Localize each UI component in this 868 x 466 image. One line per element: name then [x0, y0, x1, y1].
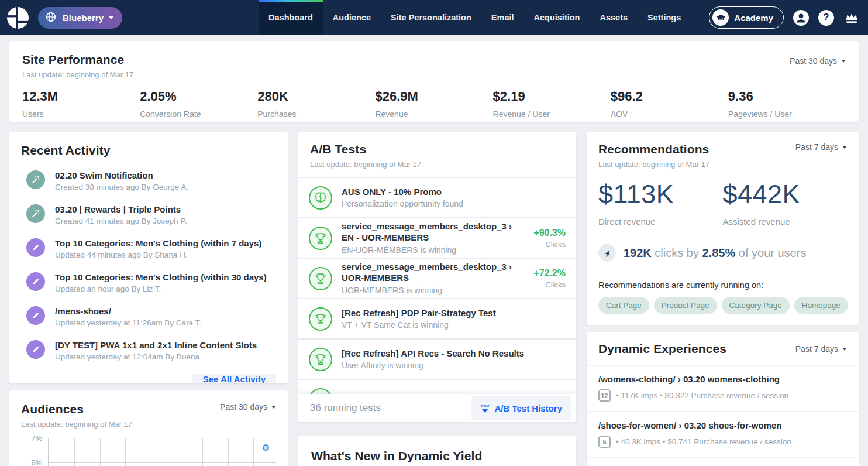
period-label: Past 30 days — [220, 402, 267, 412]
ab-test-row[interactable]: API Recs - Not Found — [298, 379, 576, 394]
variations-badge: 12 — [598, 389, 611, 402]
ab-test-title: AUS ONLY - 10% Promo — [342, 187, 566, 198]
user-icon[interactable] — [793, 10, 809, 26]
trophy-icon — [309, 227, 332, 250]
activity-meta: Created 41 minutes ago By Joseph P. — [55, 217, 276, 225]
tab-acquisition[interactable]: Acquisition — [524, 0, 590, 35]
recommendations-period-dropdown[interactable]: Past 7 days — [795, 142, 847, 152]
ab-test-row[interactable]: [Rec Refresh] PDP Pair-Strategy Test VT … — [298, 298, 576, 338]
globe-icon — [44, 11, 57, 25]
chevron-down-icon — [842, 146, 847, 149]
tab-label: Acquisition — [534, 13, 580, 22]
clicks-text: clicks by — [652, 246, 702, 259]
activity-meta: Updated an hour ago By Liz T. — [55, 285, 276, 293]
ab-tests-footer: 36 running tests csv A/B Test History — [298, 394, 576, 422]
chart-data-point — [263, 444, 269, 451]
tab-site-personalization[interactable]: Site Personalization — [381, 0, 481, 35]
last-update-text: Last update: beginning of Mar 17 — [598, 160, 847, 169]
tab-label: Audience — [333, 13, 371, 22]
chart-grid — [48, 438, 276, 466]
activity-item[interactable]: [DY TEST] PWA 1x1 and 2x1 Inline Content… — [21, 340, 276, 361]
experience-meta: • 117K imps • $0.322 Purchase revenue / … — [616, 391, 788, 400]
assisted-revenue-stat: $442K Assisted revenue — [723, 179, 848, 227]
site-performance-period-dropdown[interactable]: Past 30 days — [790, 56, 846, 66]
metric-label: Pageviews / User — [728, 109, 846, 119]
chevron-down-icon — [271, 406, 276, 409]
help-icon[interactable]: ? — [818, 10, 834, 26]
metric-label: Revenue — [375, 109, 492, 119]
ab-test-subtitle: User Affinity is winning — [342, 361, 566, 370]
metric-label: Users — [22, 109, 140, 119]
ab-test-history-button[interactable]: csv A/B Test History — [471, 396, 571, 420]
site-selector-label: Blueberry — [63, 13, 104, 23]
activity-item[interactable]: Top 10 Categories: Men's Clothing (withi… — [21, 272, 276, 293]
tag-cart-page: Cart Page — [598, 297, 649, 314]
see-all-activity-button[interactable]: See All Activity — [192, 374, 276, 383]
recent-activity-title: Recent Activity — [21, 143, 276, 157]
ab-test-lift-value: +72.2% — [533, 268, 566, 279]
audiences-period-dropdown[interactable]: Past 30 days — [220, 402, 276, 412]
activity-title: [DY TEST] PWA 1x1 and 2x1 Inline Content… — [55, 340, 276, 350]
metric-revenue-per-user: $2.19Revenue / User — [493, 89, 611, 119]
site-selector[interactable]: Blueberry — [38, 7, 122, 29]
pencil-icon — [26, 340, 45, 359]
ab-test-lift-label: Clicks — [533, 280, 566, 289]
clicks-summary: 192K clicks by 2.85% of your users — [598, 244, 847, 262]
tab-dashboard[interactable]: Dashboard — [259, 0, 323, 35]
activity-title: Top 10 Categories: Men's Clothing (withi… — [55, 238, 276, 248]
tab-label: Site Personalization — [391, 13, 471, 22]
activity-item[interactable]: Top 10 Categories: Men's Clothing (withi… — [21, 238, 276, 259]
ab-test-title: service_message_members_desktop_3 › EN -… — [342, 221, 524, 244]
whats-new-card: What's New in Dynamic Yield — [298, 436, 576, 466]
dynamic-yield-logo — [7, 7, 29, 29]
pencil-icon — [26, 272, 45, 291]
metric-conversion-rate: 2.05%Conversion Rate — [140, 89, 257, 119]
ab-test-title: [Rec Refresh] PDP Pair-Strategy Test — [342, 308, 566, 319]
tab-settings[interactable]: Settings — [638, 0, 691, 35]
wand-icon — [26, 170, 45, 189]
pencil-icon — [26, 238, 45, 257]
trophy-icon — [309, 267, 332, 290]
last-update-text: Last update: beginning of Mar 17 — [310, 160, 564, 169]
ab-test-row[interactable]: [Rec Refresh] API Recs - Search No Resul… — [298, 338, 576, 379]
period-label: Past 30 days — [790, 56, 837, 66]
site-performance-card: Site Performance Last update: beginning … — [9, 41, 859, 122]
activity-title: Top 10 Categories: Men's Clothing (withi… — [55, 272, 276, 282]
tag-product-page: Product Page — [654, 297, 717, 314]
ab-test-lift-label: Clicks — [533, 240, 566, 249]
brain-icon — [309, 186, 332, 210]
y-tick-label: 7% — [31, 434, 42, 443]
ab-test-lift-value: +90.3% — [533, 228, 566, 238]
ab-test-row[interactable]: service_message_members_desktop_3 › UOR-… — [298, 258, 576, 298]
dynamic-experiences-card: Dynamic Experiences Past 7 days /womens-… — [587, 332, 859, 466]
activity-meta: Created 38 minutes ago By George A. — [55, 183, 276, 191]
trophy-icon — [309, 348, 332, 371]
academy-button[interactable]: Academy — [709, 6, 784, 29]
clicks-percent: 2.85% — [702, 246, 736, 259]
experience-row[interactable]: /womens-clothing/ › 03.20 womens-clothin… — [587, 365, 859, 411]
tab-audience[interactable]: Audience — [323, 0, 381, 35]
crown-icon[interactable] — [843, 10, 859, 26]
academy-label: Academy — [734, 13, 773, 23]
y-tick-label: 6% — [31, 458, 42, 466]
ab-test-title: service_message_members_desktop_3 › UOR-… — [342, 262, 524, 284]
tab-label: Dashboard — [268, 13, 313, 22]
activity-item[interactable]: 02.20 Swim Notification Created 38 minut… — [21, 170, 276, 191]
tab-email[interactable]: Email — [481, 0, 524, 35]
experience-row[interactable]: /shoes-for-women/ › 03.20 shoes-for-wome… — [587, 411, 859, 457]
experience-row[interactable]: /womens-bottoms/ › 03.20 womens-bottoms — [587, 457, 859, 466]
tab-label: Settings — [647, 13, 681, 22]
ab-test-subtitle: Personalization opportunity found — [342, 199, 566, 208]
ab-test-subtitle: VT + VT Same Cat is winning — [342, 320, 566, 330]
clicks-count: 192K — [624, 246, 652, 259]
dynamic-experiences-period-dropdown[interactable]: Past 7 days — [795, 344, 847, 354]
metric-value: $2.19 — [493, 89, 611, 104]
experience-title: /shoes-for-women/ › 03.20 shoes-for-wome… — [598, 420, 847, 430]
chevron-down-icon — [842, 348, 847, 351]
activity-item[interactable]: /mens-shoes/ Updated yesterday at 11:26a… — [21, 306, 276, 327]
tab-assets[interactable]: Assets — [590, 0, 638, 35]
ab-test-row[interactable]: AUS ONLY - 10% Promo Personalization opp… — [298, 177, 576, 217]
activity-item[interactable]: 03.20 | Rewards | Triple Points Created … — [21, 204, 276, 225]
ab-test-row[interactable]: service_message_members_desktop_3 › EN -… — [298, 217, 576, 258]
metric-label: Revenue / User — [493, 109, 611, 119]
